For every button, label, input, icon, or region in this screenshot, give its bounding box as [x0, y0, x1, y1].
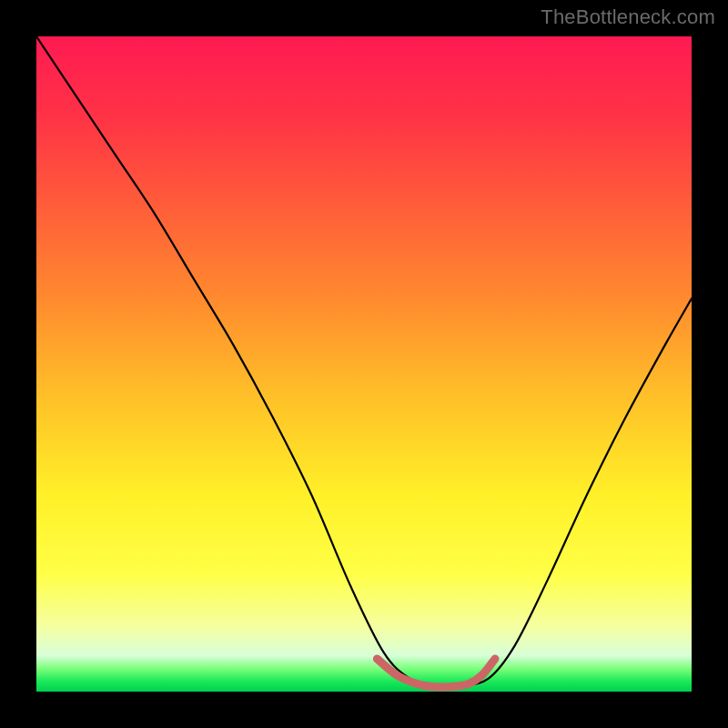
curve-layer	[36, 36, 692, 692]
chart-frame: TheBottleneck.com	[0, 0, 728, 728]
watermark-text: TheBottleneck.com	[541, 5, 715, 29]
plot-area	[36, 36, 692, 692]
bottleneck-curve	[36, 36, 692, 686]
optimal-region-highlight	[377, 659, 495, 687]
